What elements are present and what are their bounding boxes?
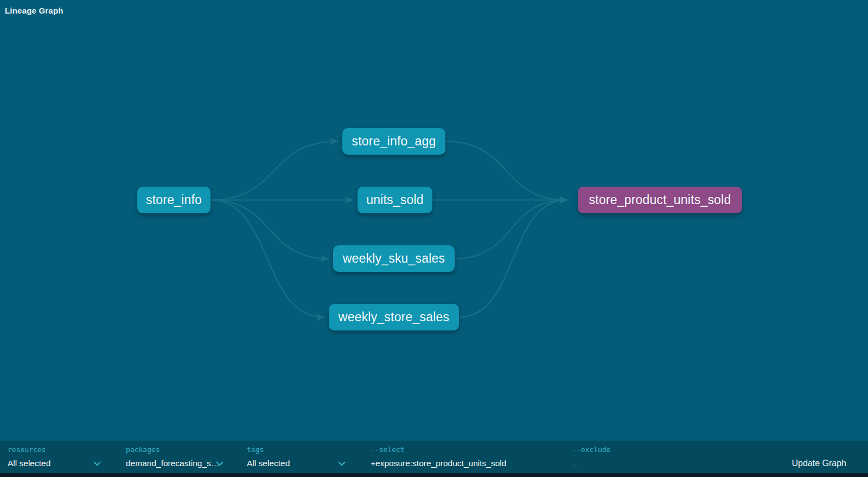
filter-packages: packages demand_forecasting_sa... (126, 441, 224, 473)
chevron-down-icon (93, 461, 101, 466)
graph-node-weekly_store_sales[interactable]: weekly_store_sales (329, 304, 459, 330)
lineage-graph-app: store_infostore_info_aggunits_soldweekly… (0, 0, 868, 477)
select-value: +exposure:store_product_units_sold (371, 459, 506, 468)
graph-node-weekly_sku_sales[interactable]: weekly_sku_sales (333, 245, 455, 272)
exclude-value: ... (572, 459, 579, 468)
resources-label: resources (8, 446, 101, 454)
tags-value: All selected (247, 459, 290, 468)
edge-store_info-to-store_info_agg (210, 142, 337, 200)
packages-value: demand_forecasting_sa... (126, 459, 222, 468)
resources-dropdown[interactable]: All selected (8, 459, 101, 468)
graph-node-store_product_units_sold[interactable]: store_product_units_sold (578, 187, 742, 213)
chevron-down-icon (338, 461, 346, 466)
filter-select: --select +exposure:store_product_units_s… (371, 441, 560, 473)
edge-weekly_store_sales-to-store_product_units_sold (459, 200, 567, 317)
packages-label: packages (126, 446, 224, 454)
graph-node-store_info_agg[interactable]: store_info_agg (342, 128, 445, 155)
edge-store_info-to-weekly_sku_sales (210, 200, 328, 259)
edge-weekly_sku_sales-to-store_product_units_sold (455, 200, 567, 259)
packages-dropdown[interactable]: demand_forecasting_sa... (126, 459, 224, 468)
chevron-down-icon (216, 461, 224, 466)
bottom-strip (0, 473, 868, 477)
tags-dropdown[interactable]: All selected (247, 459, 346, 468)
filter-exclude: --exclude ... (572, 441, 735, 473)
resources-value: All selected (8, 459, 50, 468)
edge-layer (0, 0, 868, 441)
graph-node-store_info[interactable]: store_info (137, 187, 210, 213)
update-graph-button[interactable]: Update Graph (792, 459, 846, 468)
select-label: --select (371, 446, 560, 454)
edge-store_info-to-weekly_store_sales (210, 200, 324, 317)
page-title: Lineage Graph (5, 6, 63, 15)
edge-store_info_agg-to-store_product_units_sold (445, 142, 567, 200)
graph-node-units_sold[interactable]: units_sold (358, 187, 432, 213)
filter-tags: tags All selected (247, 441, 346, 473)
select-input[interactable]: +exposure:store_product_units_sold (371, 459, 560, 468)
exclude-label: --exclude (572, 446, 735, 454)
filter-toolbar: resources All selected packages demand_f… (0, 441, 868, 473)
filter-resources: resources All selected (8, 441, 101, 473)
exclude-input[interactable]: ... (572, 459, 735, 468)
lineage-canvas[interactable]: store_infostore_info_aggunits_soldweekly… (0, 0, 868, 441)
tags-label: tags (247, 446, 346, 454)
